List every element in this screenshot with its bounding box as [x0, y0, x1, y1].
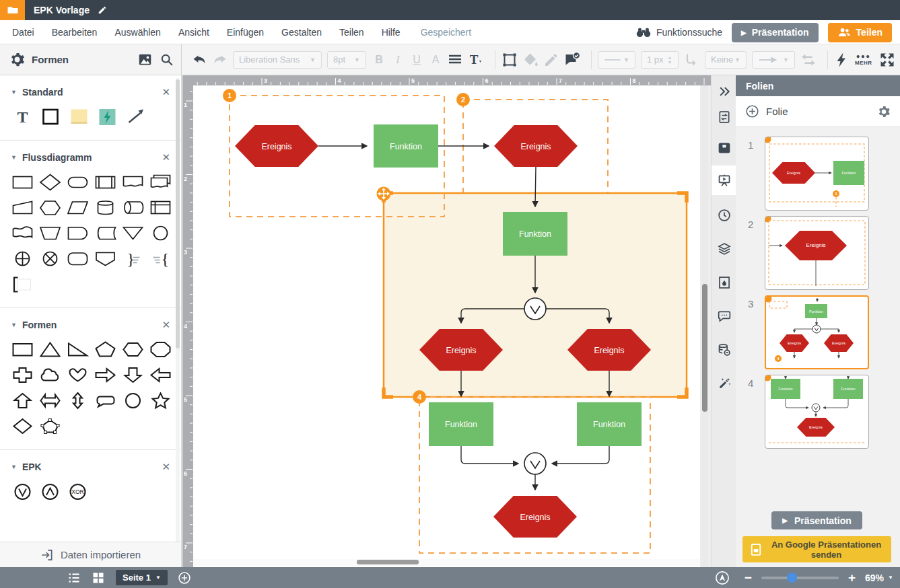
- start-presentation-button[interactable]: ▶ Präsentation: [771, 511, 862, 529]
- shape-and-gate[interactable]: [38, 482, 62, 501]
- shape-arrow-updown[interactable]: [65, 392, 90, 410]
- collapse-triangle-icon[interactable]: ▼: [11, 154, 17, 161]
- shape-text[interactable]: T: [10, 108, 34, 126]
- fullscreen-icon[interactable]: [879, 52, 895, 68]
- move-handle[interactable]: [377, 187, 391, 201]
- shape-connector[interactable]: [148, 224, 172, 243]
- shape-cross[interactable]: [10, 366, 34, 385]
- comments-icon[interactable]: [712, 301, 736, 331]
- line-width-stepper[interactable]: 1 px ▲▼: [641, 51, 679, 69]
- diagram-page[interactable]: EreignisFunktionEreignisFunktionEreignis…: [193, 85, 711, 567]
- zoom-level[interactable]: 69% ▼: [865, 573, 893, 583]
- shape-star[interactable]: [148, 392, 172, 410]
- shape-brace-right[interactable]: }: [120, 250, 145, 268]
- share-button[interactable]: Teilen: [828, 23, 892, 42]
- close-section-icon[interactable]: ✕: [162, 86, 170, 98]
- shape-or-junction[interactable]: [10, 250, 34, 268]
- feature-search-button[interactable]: Funktionssuche: [636, 27, 722, 38]
- shape-direct-storage[interactable]: [120, 198, 145, 217]
- canvas-horizontal-scrollbar[interactable]: [193, 559, 700, 566]
- shape-summing-junction[interactable]: [38, 250, 62, 268]
- line-shape-button[interactable]: [684, 52, 700, 68]
- shape-triangle[interactable]: [38, 340, 62, 359]
- zoom-slider[interactable]: [761, 577, 839, 579]
- shape-off-page[interactable]: [93, 250, 117, 268]
- text-color-button[interactable]: A: [428, 54, 443, 66]
- shape-xor-gate[interactable]: XOR: [65, 482, 90, 501]
- menu-bearbeiten[interactable]: Bearbeiten: [52, 27, 98, 38]
- shape-octagon[interactable]: [148, 340, 172, 359]
- notes-icon[interactable]: ❞: [712, 133, 736, 163]
- shape-circle[interactable]: [120, 392, 145, 410]
- import-data-button[interactable]: Daten importieren: [0, 542, 181, 567]
- collapse-triangle-icon[interactable]: ▼: [11, 89, 17, 96]
- connector-line[interactable]: [535, 167, 536, 207]
- search-shapes-icon[interactable]: [160, 52, 174, 67]
- shape-arrow-leftright[interactable]: [38, 392, 62, 410]
- shape-options-button[interactable]: [501, 52, 518, 68]
- shape-rectangle[interactable]: [10, 340, 34, 359]
- shape-heart[interactable]: [65, 366, 90, 385]
- page-style-icon[interactable]: [712, 268, 736, 297]
- slides-settings-icon[interactable]: [877, 105, 891, 118]
- font-size-select[interactable]: 8pt ▼: [327, 51, 366, 69]
- shape-arrow-up[interactable]: [10, 392, 34, 410]
- shape-terminator[interactable]: [65, 173, 90, 192]
- menu-gestalten[interactable]: Gestalten: [281, 27, 322, 38]
- rename-icon[interactable]: [98, 5, 107, 15]
- page-grid-icon[interactable]: [92, 571, 105, 585]
- shape-display[interactable]: [10, 224, 34, 243]
- shape-preparation[interactable]: [38, 198, 62, 217]
- shape-delay[interactable]: [65, 224, 90, 243]
- group-badge-4[interactable]: 4: [413, 390, 426, 404]
- presentation-mode-icon[interactable]: [712, 166, 736, 195]
- shape-hotspot[interactable]: [95, 108, 119, 126]
- shape-multi-document[interactable]: [148, 173, 172, 192]
- more-tools-button[interactable]: ••• MEHR: [855, 53, 872, 66]
- presentation-button[interactable]: ▶ Präsentation: [732, 23, 819, 42]
- shape-decision[interactable]: [38, 173, 62, 192]
- shape-data-button[interactable]: [564, 52, 580, 68]
- fit-to-screen-icon[interactable]: [715, 571, 730, 585]
- sidebar-scrollbar[interactable]: [176, 78, 180, 562]
- shape-arrow-right[interactable]: [93, 366, 117, 385]
- undo-button[interactable]: [191, 52, 207, 68]
- page-list-icon[interactable]: [67, 571, 81, 585]
- underline-button[interactable]: U: [409, 54, 424, 66]
- document-title[interactable]: EPK Vorlage: [34, 5, 90, 15]
- slide-thumbnail-2[interactable]: Ereignis: [765, 216, 869, 290]
- node-funktion[interactable]: Funktion: [503, 212, 567, 256]
- line-endpoint-select[interactable]: Keine ▼: [705, 51, 747, 69]
- shape-data[interactable]: [65, 198, 90, 217]
- menu-hilfe[interactable]: Hilfe: [382, 27, 401, 38]
- shape-diamond[interactable]: [10, 417, 34, 436]
- close-section-icon[interactable]: ✕: [162, 319, 170, 331]
- node-or-connector[interactable]: [524, 298, 546, 320]
- shape-database[interactable]: [93, 198, 117, 217]
- shape-brace-left[interactable]: {: [148, 250, 172, 268]
- shape-merge[interactable]: [120, 224, 145, 243]
- insert-image-icon[interactable]: [138, 52, 152, 67]
- shape-internal-storage[interactable]: [148, 198, 172, 217]
- shape-predefined-process[interactable]: [93, 173, 117, 192]
- add-slide-icon[interactable]: [745, 104, 759, 118]
- shape-right-triangle[interactable]: [65, 340, 90, 359]
- shape-callout[interactable]: [93, 392, 117, 410]
- italic-button[interactable]: I: [390, 54, 405, 66]
- layers-icon[interactable]: [712, 234, 736, 264]
- manage-shapes-icon[interactable]: [10, 52, 24, 67]
- add-page-icon[interactable]: [178, 571, 191, 585]
- font-family-select[interactable]: Liberation Sans ▼: [233, 51, 322, 69]
- collapse-triangle-icon[interactable]: ▼: [11, 464, 17, 470]
- shape-cloud[interactable]: [38, 366, 62, 385]
- add-slide-label[interactable]: Folie: [766, 106, 788, 117]
- send-to-google-slides-button[interactable]: An Google Präsentationen senden: [742, 536, 891, 562]
- group-badge-2[interactable]: 2: [456, 93, 470, 106]
- menu-einfügen[interactable]: Einfügen: [227, 27, 264, 38]
- linked-data-icon[interactable]: [712, 335, 736, 365]
- magic-wand-icon[interactable]: [712, 369, 736, 398]
- node-or-connector[interactable]: [524, 453, 546, 474]
- shape-manual-input[interactable]: [10, 198, 34, 217]
- zoom-slider-knob[interactable]: [787, 573, 797, 583]
- slide-thumbnail-4[interactable]: FunktionFunktionEreignis: [765, 375, 869, 449]
